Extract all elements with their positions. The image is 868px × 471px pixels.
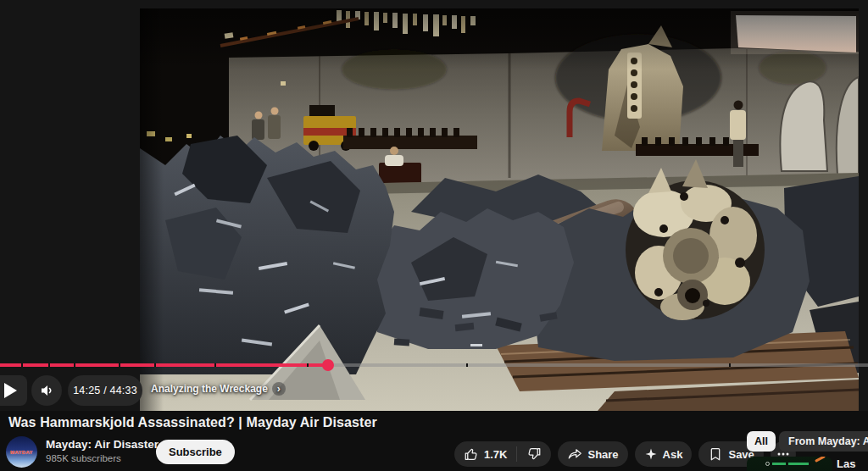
time-display: 14:25 / 44:33 — [73, 385, 137, 396]
chapter-gap — [74, 363, 75, 367]
chapter-gap — [154, 363, 156, 367]
share-label: Share — [587, 448, 618, 461]
dislike-icon — [526, 446, 542, 462]
avatar-logo-text: MAYDAY — [10, 450, 33, 455]
filter-chip-from-channel[interactable]: From Mayday: Air Disa — [779, 431, 868, 452]
ask-label: Ask — [663, 448, 683, 461]
like-count: 1.7K — [484, 448, 507, 461]
save-icon — [708, 446, 723, 462]
chapter-gap — [307, 363, 309, 367]
video-still-wreckage-photo — [140, 8, 859, 411]
subscriber-count: 985K subscribers — [46, 453, 121, 463]
watch-info-section: Was Hammarskjold Assassinated? | Mayday … — [0, 411, 868, 471]
play-button[interactable] — [0, 375, 27, 406]
channel-avatar[interactable]: MAYDAY — [6, 436, 37, 468]
thumbnail-orange-streak — [815, 457, 826, 463]
share-button[interactable]: Share — [558, 441, 627, 467]
left-wreckage-pile — [140, 136, 394, 374]
play-icon — [4, 383, 17, 398]
volume-button[interactable] — [31, 375, 62, 406]
share-icon — [567, 446, 582, 462]
like-icon — [464, 446, 479, 462]
subscribe-button[interactable]: Subscribe — [156, 440, 235, 464]
chapter-chevron-icon: › — [272, 382, 286, 396]
chapter-label: Analyzing the Wreckage — [151, 383, 268, 395]
chapter-gap — [48, 363, 50, 367]
chapter-gap — [729, 363, 731, 367]
ask-sparkle-icon — [644, 447, 658, 461]
filter-chip-all[interactable]: All — [747, 431, 776, 452]
action-bar: 1.7K Share — [454, 441, 796, 467]
chapter-gap — [21, 363, 23, 367]
channel-name[interactable]: Mayday: Air Disaster✓ — [46, 438, 169, 451]
aircraft-skin-panels — [780, 77, 859, 176]
chapter-gap — [214, 363, 216, 367]
video-title: Was Hammarskjold Assassinated? | Mayday … — [8, 415, 737, 430]
related-video-thumbnail[interactable] — [747, 457, 832, 471]
ask-button[interactable]: Ask — [635, 441, 693, 467]
progress-scrubber[interactable] — [322, 359, 334, 371]
time-display-pill: 14:25 / 44:33 — [68, 375, 142, 406]
chapter-gap — [119, 363, 120, 367]
video-surface[interactable] — [140, 8, 859, 411]
youtube-watch-page: 14:25 / 44:33 Analyzing the Wreckage › W… — [0, 0, 868, 471]
chapter-gap — [466, 363, 468, 367]
volume-icon — [38, 382, 55, 399]
thumbnail-logo-green — [765, 462, 809, 466]
dislike-button[interactable] — [517, 446, 551, 462]
related-video-title[interactable]: Las — [837, 457, 855, 470]
like-dislike-pill: 1.7K — [454, 441, 551, 467]
chapter-button[interactable]: Analyzing the Wreckage › — [151, 382, 286, 396]
video-player: 14:25 / 44:33 Analyzing the Wreckage › — [0, 0, 868, 411]
channel-name-text: Mayday: Air Disaster — [46, 438, 159, 451]
like-button[interactable]: 1.7K — [454, 446, 516, 462]
